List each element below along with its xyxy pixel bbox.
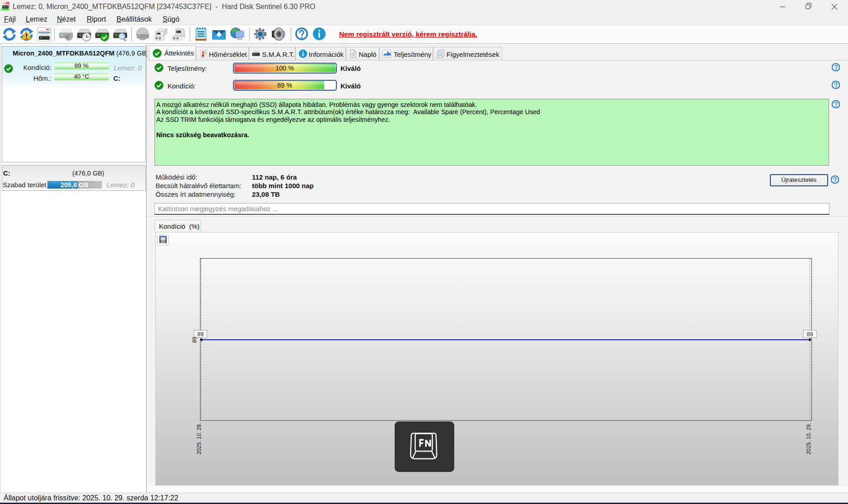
svg-text:2025. 10. 28.: 2025. 10. 28. — [196, 423, 202, 454]
svg-text:89: 89 — [191, 337, 197, 343]
svg-text:89: 89 — [197, 331, 204, 338]
svg-text:89: 89 — [806, 331, 813, 338]
svg-text:2025. 10. 29.: 2025. 10. 29. — [806, 423, 812, 454]
